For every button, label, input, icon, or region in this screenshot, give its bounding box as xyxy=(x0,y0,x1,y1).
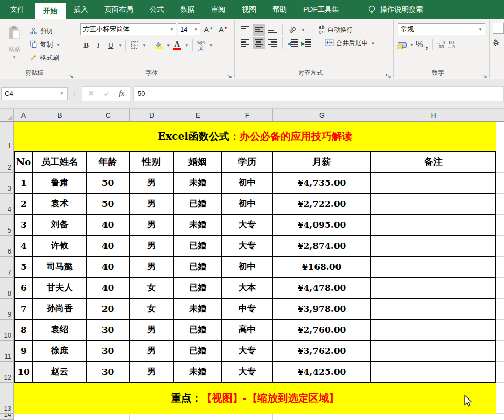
increase-decimal-button[interactable]: ←.0 .00 xyxy=(437,40,445,49)
cell[interactable]: 7 xyxy=(14,299,33,320)
italic-button[interactable]: I xyxy=(93,39,104,51)
cell[interactable]: ¥3,978.00 xyxy=(273,299,371,320)
cell[interactable]: 大专 xyxy=(222,341,273,362)
font-color-button[interactable]: A xyxy=(172,39,183,51)
cell[interactable]: 初中 xyxy=(222,173,273,194)
insert-function-button[interactable]: fx xyxy=(119,89,124,98)
cell[interactable]: ¥4,735.00 xyxy=(273,173,371,194)
cell[interactable]: 3 xyxy=(14,215,33,236)
cell[interactable]: 30 xyxy=(87,341,130,362)
cell[interactable]: 40 xyxy=(87,236,130,257)
formula-input[interactable]: 50 xyxy=(133,86,504,101)
cell[interactable]: 袁术 xyxy=(33,194,87,215)
tell-me-search[interactable]: 操作说明搜索 xyxy=(368,0,423,19)
cell[interactable]: 已婚 xyxy=(174,236,222,257)
row-header-14[interactable]: 14 xyxy=(0,414,14,420)
row-header-5[interactable]: 5 xyxy=(0,215,14,236)
row-header-4[interactable]: 4 xyxy=(0,194,14,215)
tab-page-layout[interactable]: 页面布局 xyxy=(96,0,141,19)
align-middle-button[interactable] xyxy=(253,24,265,36)
cell[interactable]: 未婚 xyxy=(174,173,222,194)
tab-view[interactable]: 视图 xyxy=(234,0,264,19)
format-painter-button[interactable]: 格式刷 xyxy=(30,52,60,64)
cell[interactable]: ¥3,762.00 xyxy=(273,341,371,362)
row-header-11[interactable]: 11 xyxy=(0,341,14,362)
cut-button[interactable]: 剪切 xyxy=(30,26,60,37)
cell[interactable]: 男 xyxy=(130,320,174,341)
cell[interactable] xyxy=(371,362,496,383)
cell[interactable]: 高中 xyxy=(222,320,273,341)
cell[interactable]: 40 xyxy=(87,257,130,278)
sheet-title-cell[interactable]: Excel函数公式：办公必备的应用技巧解读 xyxy=(14,122,496,151)
cell[interactable] xyxy=(371,278,496,299)
decrease-decimal-button[interactable]: .00 →.0 xyxy=(447,40,455,49)
cell[interactable] xyxy=(130,414,174,420)
font-dialog-launcher-icon[interactable] xyxy=(226,72,232,77)
column-header-h[interactable]: H xyxy=(371,109,496,121)
row-header-12[interactable]: 12 xyxy=(0,362,14,383)
cell[interactable]: 已婚 xyxy=(174,320,222,341)
cell[interactable]: ¥168.00 xyxy=(273,257,371,278)
cell[interactable] xyxy=(371,414,496,420)
cell[interactable]: 赵云 xyxy=(33,362,87,383)
cell[interactable]: 40 xyxy=(87,278,130,299)
cell[interactable]: 8 xyxy=(14,320,33,341)
column-header-b[interactable]: B xyxy=(33,109,87,121)
cell[interactable]: 10 xyxy=(14,362,33,383)
cell[interactable]: 初中 xyxy=(222,257,273,278)
row-header-1[interactable]: 1 xyxy=(0,122,14,151)
cell[interactable]: ¥2,722.00 xyxy=(273,194,371,215)
cancel-entry-button[interactable]: ✕ xyxy=(88,89,94,98)
alignment-dialog-launcher-icon[interactable] xyxy=(386,72,391,77)
column-header-a[interactable]: A xyxy=(14,109,33,121)
cell[interactable]: 30 xyxy=(87,320,130,341)
row-header-3[interactable]: 3 xyxy=(0,173,14,194)
header-cell[interactable]: 学历 xyxy=(222,151,273,173)
wrap-text-button[interactable]: abc↩ 自动换行 xyxy=(317,25,355,34)
cell[interactable]: 男 xyxy=(130,236,174,257)
align-top-button[interactable] xyxy=(239,24,251,36)
cell[interactable] xyxy=(371,173,496,194)
column-header-g[interactable]: G xyxy=(273,109,371,121)
cell[interactable]: ¥2,874.00 xyxy=(273,236,371,257)
tab-home[interactable]: 开始 xyxy=(35,3,66,19)
cell[interactable]: 已婚 xyxy=(174,341,222,362)
orientation-dropdown-arrow[interactable]: ▼ xyxy=(301,28,305,32)
row-header-9[interactable]: 9 xyxy=(0,299,14,320)
tab-formulas[interactable]: 公式 xyxy=(141,0,172,19)
cell[interactable] xyxy=(87,414,130,420)
phonetic-dropdown-arrow[interactable]: ▼ xyxy=(209,43,213,48)
cell[interactable] xyxy=(371,257,496,278)
cell[interactable] xyxy=(371,341,496,362)
copy-button[interactable]: 复制 ▼ xyxy=(30,39,60,51)
align-center-button[interactable] xyxy=(253,37,265,49)
select-all-corner[interactable] xyxy=(0,109,14,121)
borders-dropdown-arrow[interactable]: ▼ xyxy=(142,43,146,48)
cell[interactable]: 未婚 xyxy=(174,215,222,236)
column-header-d[interactable]: D xyxy=(130,109,174,121)
orientation-button[interactable]: ab xyxy=(286,24,299,36)
footer-banner-cell[interactable]: 重点：【视图】-【缩放到选定区域】 xyxy=(14,383,496,414)
cell[interactable]: 中专 xyxy=(222,299,273,320)
cell[interactable]: 2 xyxy=(14,194,33,215)
tab-data[interactable]: 数据 xyxy=(172,0,203,19)
cell[interactable]: 男 xyxy=(130,257,174,278)
cell[interactable]: 已婚 xyxy=(174,278,222,299)
align-right-button[interactable] xyxy=(266,37,279,49)
cell[interactable]: 许攸 xyxy=(33,236,87,257)
cell[interactable]: ¥2,760.00 xyxy=(273,320,371,341)
cell[interactable]: 大本 xyxy=(222,278,273,299)
cell[interactable]: 大专 xyxy=(222,236,273,257)
tab-help[interactable]: 帮助 xyxy=(264,0,295,19)
cell[interactable]: 孙尚香 xyxy=(33,299,87,320)
cell[interactable]: 大专 xyxy=(222,215,273,236)
fill-color-dropdown-arrow[interactable]: ▼ xyxy=(166,43,171,48)
column-header-f[interactable]: F xyxy=(222,109,273,121)
cell[interactable]: 男 xyxy=(130,362,174,383)
fill-color-button[interactable] xyxy=(153,39,164,51)
cell[interactable]: 9 xyxy=(14,341,33,362)
cell[interactable]: 刘备 xyxy=(33,215,87,236)
clipboard-dialog-launcher-icon[interactable] xyxy=(68,72,74,77)
cell[interactable] xyxy=(33,414,87,420)
percent-style-button[interactable]: % xyxy=(416,40,423,49)
